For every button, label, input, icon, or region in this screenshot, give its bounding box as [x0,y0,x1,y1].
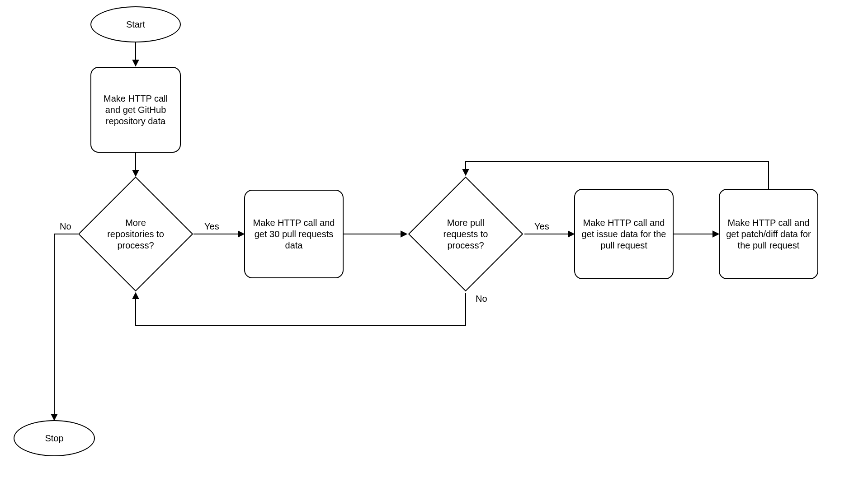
decision-more-prs-label: More pull requests to process? [425,193,506,275]
terminator-start: Start [90,6,181,42]
process-get-repos-label: Make HTTP call and get GitHub repository… [95,93,176,127]
terminator-stop: Stop [14,420,95,456]
edge-label-no-prs: No [475,294,488,304]
process-get-patch: Make HTTP call and get patch/diff data f… [719,189,818,279]
process-get-patch-label: Make HTTP call and get patch/diff data f… [723,217,814,251]
edge-label-yes-prs: Yes [533,221,550,232]
edge-label-yes-repos: Yes [203,221,220,232]
edge-label-no-repos: No [59,221,72,232]
decision-more-repos-label: More repositories to process? [95,193,176,275]
process-get-prs: Make HTTP call and get 30 pull requests … [244,190,344,278]
terminator-stop-label: Stop [45,433,63,444]
decision-more-prs: More pull requests to process? [425,193,506,275]
flowchart-canvas: Start Make HTTP call and get GitHub repo… [0,0,868,501]
process-get-prs-label: Make HTTP call and get 30 pull requests … [249,217,339,251]
process-get-issue: Make HTTP call and get issue data for th… [574,189,674,279]
process-get-repos: Make HTTP call and get GitHub repository… [90,67,181,153]
decision-more-repos: More repositories to process? [95,193,176,275]
process-get-issue-label: Make HTTP call and get issue data for th… [579,217,669,251]
terminator-start-label: Start [126,19,145,30]
